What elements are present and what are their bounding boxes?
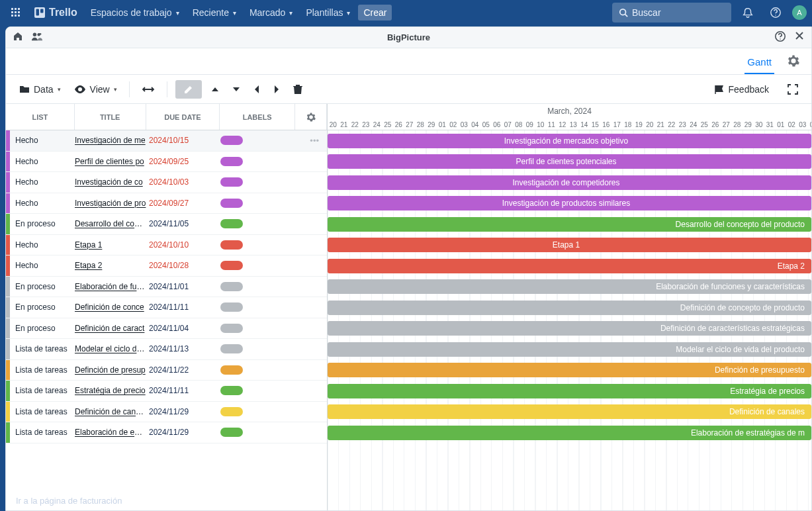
user-avatar[interactable]: A — [792, 5, 807, 20]
toolbar-data[interactable]: Data▾ — [15, 81, 65, 97]
gantt-bar[interactable]: Investigación de productos similares — [328, 196, 811, 210]
nav-recent[interactable]: Reciente▾ — [187, 5, 242, 21]
gantt-bar[interactable]: Etapa 1 — [328, 238, 811, 252]
tab-gantt[interactable]: Gantt — [744, 51, 774, 74]
toolbar-view[interactable]: View▾ — [70, 81, 121, 97]
gantt-bar[interactable]: Perfil de clientes potenciales — [328, 154, 811, 169]
col-title[interactable]: TITLE — [75, 104, 146, 130]
row-title[interactable]: Estratégia de precio — [75, 386, 146, 395]
tab-settings-icon[interactable] — [785, 52, 802, 71]
row-title[interactable]: Elaboración de estra — [75, 428, 146, 437]
table-row[interactable]: Lista de tareasElaboración de estra2024/… — [6, 422, 327, 443]
row-title[interactable]: Investigación de co — [75, 177, 146, 187]
row-title[interactable]: Definición de canale — [75, 407, 146, 416]
gantt-row[interactable]: Etapa 1 — [328, 235, 811, 256]
gantt-row[interactable]: Elaboración de estratégias de m — [328, 422, 811, 443]
gantt-row[interactable]: Etapa 2 — [328, 256, 811, 277]
gantt-row[interactable]: Investigación de productos similares — [328, 193, 811, 214]
gantt-row[interactable]: Elaboración de funciones y característic… — [328, 277, 811, 298]
table-row[interactable]: HechoEtapa 22024/10/28 — [6, 256, 327, 277]
row-title[interactable]: Modelar el ciclo de v — [75, 344, 146, 353]
row-title[interactable]: Definición de conce — [75, 302, 146, 312]
col-labels[interactable]: LABELS — [220, 104, 295, 130]
toolbar-expand-icon[interactable] — [228, 83, 244, 96]
gantt-bar[interactable]: Definición de canales — [328, 404, 811, 419]
row-title[interactable]: Etapa 2 — [75, 261, 146, 270]
col-due[interactable]: DUE DATE — [146, 104, 220, 130]
nav-workspaces[interactable]: Espacios de trabajo▾ — [85, 5, 185, 21]
nav-starred[interactable]: Marcado▾ — [244, 5, 298, 21]
table-row[interactable]: Lista de tareasDefinción de presup2024/1… — [6, 360, 327, 381]
row-due-date: 2024/11/04 — [146, 324, 220, 333]
row-more-icon[interactable]: ••• — [296, 136, 327, 146]
row-list: Lista de tareas — [10, 344, 75, 353]
gantt-row[interactable]: Definción de presupuesto — [328, 360, 811, 381]
row-title[interactable]: Desarrollo del conce — [75, 219, 146, 228]
toolbar-edit-icon[interactable] — [175, 80, 202, 99]
table-row[interactable]: HechoPerfil de clientes po2024/09/25 — [6, 152, 327, 173]
gantt-row[interactable]: Definición de concepto de producto — [328, 297, 811, 318]
gantt-bar[interactable]: Modelar el ciclo de vida del producto — [328, 342, 811, 357]
row-title[interactable]: Definción de presup — [75, 365, 146, 375]
table-row[interactable]: HechoInvestigación de co2024/10/03 — [6, 172, 327, 193]
col-settings-icon[interactable] — [295, 104, 327, 130]
toolbar-fit-icon[interactable] — [138, 82, 159, 97]
apps-icon[interactable] — [5, 5, 26, 21]
table-row[interactable]: En procesoDesarrollo del conce2024/11/05 — [6, 214, 327, 235]
gantt-row[interactable]: Perfil de clientes potenciales — [328, 152, 811, 173]
table-row[interactable]: En procesoElaboración de funci2024/11/01 — [6, 277, 327, 298]
members-icon[interactable] — [31, 31, 43, 44]
panel-help-icon[interactable] — [774, 30, 786, 44]
nav-templates[interactable]: Plantillas▾ — [300, 5, 355, 21]
row-title[interactable]: Investigación de pro — [75, 199, 146, 208]
row-title[interactable]: Definición de caract — [75, 324, 146, 333]
nav-create-button[interactable]: Crear — [358, 5, 392, 21]
nav-search[interactable]: Buscar — [612, 3, 731, 23]
gantt-bar[interactable]: Definción de presupuesto — [328, 363, 811, 377]
toolbar-fullscreen-icon[interactable] — [784, 81, 802, 97]
col-list[interactable]: LIST — [6, 104, 75, 130]
table-row[interactable]: En procesoDefinición de conce2024/11/11 — [6, 297, 327, 318]
gantt-row[interactable]: Investigación de competidores — [328, 172, 811, 193]
svg-rect-3 — [11, 11, 13, 13]
help-icon[interactable] — [764, 4, 787, 21]
row-title[interactable]: Perfil de clientes po — [75, 157, 146, 166]
gantt-bar[interactable]: Definición de concepto de producto — [328, 301, 811, 315]
toolbar-prev-icon[interactable] — [249, 82, 264, 97]
gantt-row[interactable]: Estratégia de precios — [328, 381, 811, 402]
row-title[interactable]: Investigación de me — [75, 136, 146, 145]
table-row[interactable]: HechoInvestigación de pro2024/09/27 — [6, 193, 327, 214]
svg-rect-10 — [36, 9, 40, 16]
table-row[interactable]: HechoEtapa 12024/10/10 — [6, 235, 327, 256]
gantt-bar[interactable]: Investigación de mercados objetivo — [328, 134, 811, 148]
toolbar-collapse-icon[interactable] — [207, 83, 223, 96]
billing-link[interactable]: Ir a la página de facturación — [16, 496, 122, 506]
table-row[interactable]: Lista de tareasModelar el ciclo de v2024… — [6, 339, 327, 360]
gantt-bar[interactable]: Elaboración de funciones y característic… — [328, 279, 811, 294]
gantt-row[interactable]: Modelar el ciclo de vida del producto — [328, 339, 811, 360]
toolbar-feedback[interactable]: Feedback — [710, 81, 773, 97]
gantt-bar[interactable]: Investigación de competidores — [328, 175, 811, 190]
table-row[interactable]: En procesoDefinición de caract2024/11/04 — [6, 318, 327, 340]
gantt-row[interactable]: Desarrollo del concepto del producto — [328, 214, 811, 235]
gantt-row[interactable]: Definición de características estratégic… — [328, 318, 811, 340]
table-row[interactable]: Lista de tareasDefinición de canale2024/… — [6, 402, 327, 423]
row-title[interactable]: Etapa 1 — [75, 240, 146, 250]
gantt-bar[interactable]: Elaboración de estratégias de m — [328, 426, 811, 440]
trello-logo[interactable]: Trello — [29, 4, 83, 21]
home-icon[interactable] — [13, 31, 23, 44]
table-row[interactable]: Lista de tareasEstratégia de precio2024/… — [6, 381, 327, 402]
gantt-row[interactable]: Definición de canales — [328, 402, 811, 423]
gantt-row[interactable]: Investigación de mercados objetivo — [328, 130, 811, 152]
table-row[interactable]: HechoInvestigación de me2024/10/15••• — [6, 130, 327, 152]
row-due-date: 2024/11/05 — [146, 219, 220, 228]
toolbar-next-icon[interactable] — [269, 82, 284, 97]
row-title[interactable]: Elaboración de funci — [75, 282, 146, 291]
gantt-bar[interactable]: Desarrollo del concepto del producto — [328, 217, 811, 232]
gantt-bar[interactable]: Etapa 2 — [328, 259, 811, 273]
panel-close-icon[interactable] — [794, 30, 805, 44]
toolbar-delete-icon[interactable] — [289, 81, 306, 97]
gantt-bar[interactable]: Estratégia de precios — [328, 384, 811, 398]
gantt-bar[interactable]: Definición de características estratégic… — [328, 321, 811, 336]
notifications-icon[interactable] — [737, 4, 759, 21]
